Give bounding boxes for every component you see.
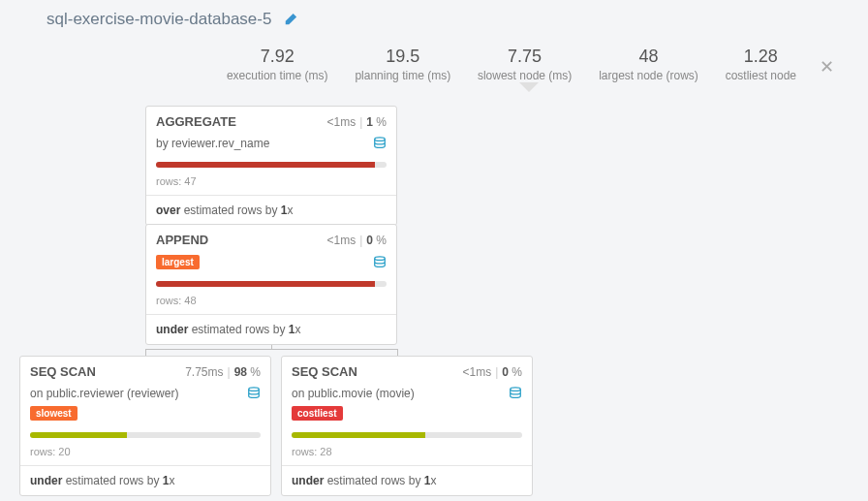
- node-subtitle: on public.movie (movie): [292, 387, 415, 400]
- progress-bar: [30, 432, 261, 438]
- svg-point-0: [375, 138, 386, 141]
- tag-largest: largest: [156, 255, 200, 269]
- node-append[interactable]: APPEND<1ms|0 % largest rows: 48 under es…: [145, 224, 397, 345]
- database-icon: [373, 256, 387, 269]
- progress-bar: [156, 162, 387, 168]
- database-icon: [247, 387, 261, 400]
- node-seqscan-reviewer[interactable]: SEQ SCAN7.75ms|98 % on public.reviewer (…: [19, 356, 271, 496]
- stat-largest-node: 48largest node (rows): [599, 47, 698, 82]
- connector: [145, 349, 397, 350]
- edit-icon[interactable]: [284, 13, 297, 26]
- stat-planning-time: 19.5planning time (ms): [355, 47, 450, 82]
- progress-bar: [292, 432, 522, 438]
- node-stats: <1ms|0 %: [326, 234, 387, 247]
- tag-slowest: slowest: [30, 406, 78, 421]
- node-type: AGGREGATE: [156, 114, 236, 129]
- node-aggregate[interactable]: AGGREGATE<1ms|1 % by reviewer.rev_name r…: [145, 106, 397, 226]
- rows-text: rows: 20: [20, 442, 270, 465]
- node-stats: <1ms|0 %: [462, 365, 522, 379]
- node-seqscan-movie[interactable]: SEQ SCAN<1ms|0 % on public.movie (movie)…: [281, 356, 533, 496]
- node-stats: <1ms|1 %: [326, 115, 387, 129]
- stat-execution-time: 7.92execution time (ms): [227, 47, 328, 82]
- connector: [397, 349, 398, 356]
- close-icon[interactable]: ✕: [820, 56, 834, 78]
- rows-text: rows: 28: [282, 442, 532, 465]
- stat-costliest-node: 1.28costliest node: [726, 47, 796, 82]
- svg-point-1: [375, 256, 386, 260]
- connector: [145, 349, 146, 356]
- node-stats: 7.75ms|98 %: [185, 365, 261, 379]
- svg-point-3: [511, 388, 521, 391]
- svg-point-2: [249, 388, 260, 391]
- title-text: sql-exercise-movie-database-5: [46, 10, 271, 28]
- stats-bar: 7.92execution time (ms) 19.5planning tim…: [213, 47, 810, 82]
- rows-text: rows: 48: [146, 291, 396, 314]
- page-title: sql-exercise-movie-database-5: [46, 10, 297, 29]
- node-subtitle: on public.reviewer (reviewer): [30, 387, 178, 400]
- database-icon: [509, 387, 522, 400]
- progress-bar: [156, 281, 387, 287]
- node-type: SEQ SCAN: [30, 364, 96, 379]
- stat-slowest-node: 7.75slowest node (ms): [478, 47, 572, 82]
- estimate-text: under estimated rows by 1x: [282, 465, 532, 495]
- estimate-text: under estimated rows by 1x: [146, 314, 396, 344]
- pointer-icon: [519, 82, 539, 92]
- database-icon: [373, 137, 387, 150]
- rows-text: rows: 47: [146, 172, 396, 195]
- tag-costliest: costliest: [292, 406, 343, 421]
- estimate-text: over estimated rows by 1x: [146, 195, 396, 225]
- node-type: SEQ SCAN: [292, 364, 357, 379]
- estimate-text: under estimated rows by 1x: [20, 465, 270, 495]
- node-subtitle: by reviewer.rev_name: [156, 137, 269, 150]
- node-type: APPEND: [156, 233, 208, 247]
